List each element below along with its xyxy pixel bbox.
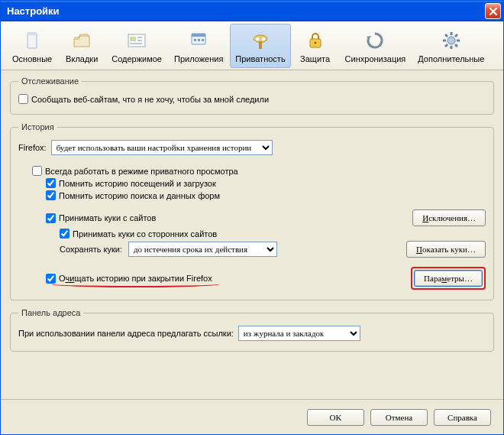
- close-button[interactable]: [485, 3, 501, 19]
- accept-cookies-checkbox[interactable]: [46, 213, 56, 223]
- clear-on-close-label[interactable]: Очищать историю при закрытии Firefox: [59, 274, 212, 283]
- tab-label: Синхронизация: [345, 54, 406, 63]
- privacy-icon: [248, 28, 273, 53]
- gear-icon: [439, 28, 464, 53]
- tabs-icon: [69, 28, 94, 53]
- suggest-select[interactable]: из журнала и закладок: [238, 326, 360, 341]
- dnt-checkbox[interactable]: [18, 94, 28, 104]
- remember-search-checkbox[interactable]: [46, 190, 56, 200]
- tab-label: Приложения: [174, 54, 223, 63]
- security-icon: [303, 28, 328, 53]
- svg-rect-3: [130, 37, 136, 41]
- svg-rect-5: [137, 40, 142, 41]
- remember-search-label[interactable]: Помнить историю поиска и данных форм: [59, 191, 220, 200]
- ok-button[interactable]: OK: [307, 409, 364, 426]
- cookie-exceptions-button[interactable]: Исключения…: [412, 209, 486, 226]
- remember-browse-checkbox[interactable]: [46, 178, 56, 188]
- tab-security[interactable]: Защита: [292, 24, 338, 68]
- svg-line-25: [445, 44, 447, 47]
- svg-line-24: [455, 34, 457, 37]
- svg-rect-14: [259, 41, 262, 49]
- tab-label: Дополнительные: [418, 54, 484, 63]
- keep-cookies-label: Сохранять куки:: [60, 245, 122, 254]
- category-toolbar: Основные Вкладки Содержимое Приложения П…: [1, 21, 503, 70]
- tab-label: Основные: [12, 54, 52, 63]
- general-icon: [20, 28, 44, 53]
- always-private-label[interactable]: Всегда работать в режиме приватного прос…: [45, 167, 238, 176]
- content-area: Отслеживание Сообщать веб-сайтам, что я …: [1, 70, 503, 399]
- svg-rect-6: [130, 43, 142, 44]
- settings-window: Настройки Основные Вкладки Содержимое Пр…: [0, 0, 504, 435]
- svg-rect-8: [192, 34, 205, 37]
- tab-advanced[interactable]: Дополнительные: [412, 24, 489, 68]
- tab-sync[interactable]: Синхронизация: [340, 24, 412, 68]
- svg-point-13: [262, 37, 266, 41]
- svg-line-22: [445, 34, 447, 37]
- firefox-mode-select[interactable]: будет использовать ваши настройки хранен…: [51, 140, 273, 155]
- help-button[interactable]: Справка: [434, 409, 491, 426]
- svg-rect-11: [202, 39, 204, 41]
- svg-rect-1: [27, 33, 37, 35]
- tab-content[interactable]: Содержимое: [106, 24, 167, 68]
- applications-icon: [186, 28, 211, 53]
- tab-privacy[interactable]: Приватность: [230, 24, 290, 68]
- highlight-box: Параметры…: [411, 267, 486, 290]
- clear-settings-button[interactable]: Параметры…: [414, 270, 483, 287]
- tracking-legend: Отслеживание: [18, 76, 82, 86]
- tracking-group: Отслеживание Сообщать веб-сайтам, что я …: [10, 76, 494, 115]
- svg-line-23: [455, 44, 457, 47]
- svg-rect-4: [137, 37, 142, 38]
- always-private-checkbox[interactable]: [32, 166, 42, 176]
- tab-label: Приватность: [235, 54, 285, 63]
- content-icon: [124, 28, 149, 53]
- tab-tabs[interactable]: Вкладки: [59, 24, 105, 68]
- addressbar-group: Панель адреса При использовании панели а…: [10, 308, 494, 352]
- svg-point-17: [447, 37, 455, 44]
- third-party-cookies-checkbox[interactable]: [60, 229, 69, 239]
- tab-label: Содержимое: [111, 54, 162, 63]
- tab-label: Защита: [300, 54, 330, 63]
- svg-point-12: [256, 37, 260, 41]
- titlebar: Настройки: [1, 1, 503, 21]
- sync-icon: [363, 28, 387, 53]
- remember-browse-label[interactable]: Помнить историю посещений и загрузок: [59, 179, 216, 188]
- dnt-label[interactable]: Сообщать веб-сайтам, что я не хочу, чтоб…: [31, 95, 269, 104]
- suggest-label: При использовании панели адреса предлага…: [18, 329, 234, 338]
- dialog-footer: OK Отмена Справка: [1, 399, 503, 434]
- show-cookies-button[interactable]: Показать куки…: [406, 241, 486, 258]
- cancel-button[interactable]: Отмена: [370, 409, 428, 426]
- svg-rect-10: [198, 39, 200, 41]
- firefox-label: Firefox:: [18, 143, 47, 152]
- svg-rect-9: [194, 39, 196, 41]
- third-party-cookies-label[interactable]: Принимать куки со сторонних сайтов: [73, 229, 217, 239]
- addressbar-legend: Панель адреса: [18, 308, 83, 317]
- keep-cookies-select[interactable]: до истечения срока их действия: [128, 242, 277, 257]
- svg-point-16: [314, 41, 316, 44]
- tab-label: Вкладки: [66, 54, 98, 63]
- history-legend: История: [18, 122, 57, 131]
- window-title: Настройки: [7, 5, 485, 17]
- history-group: История Firefox: будет использовать ваши…: [10, 122, 494, 300]
- tab-applications[interactable]: Приложения: [169, 24, 228, 68]
- close-icon: [489, 7, 498, 16]
- accept-cookies-label[interactable]: Принимать куки с сайтов: [59, 213, 156, 222]
- tab-general[interactable]: Основные: [7, 24, 57, 68]
